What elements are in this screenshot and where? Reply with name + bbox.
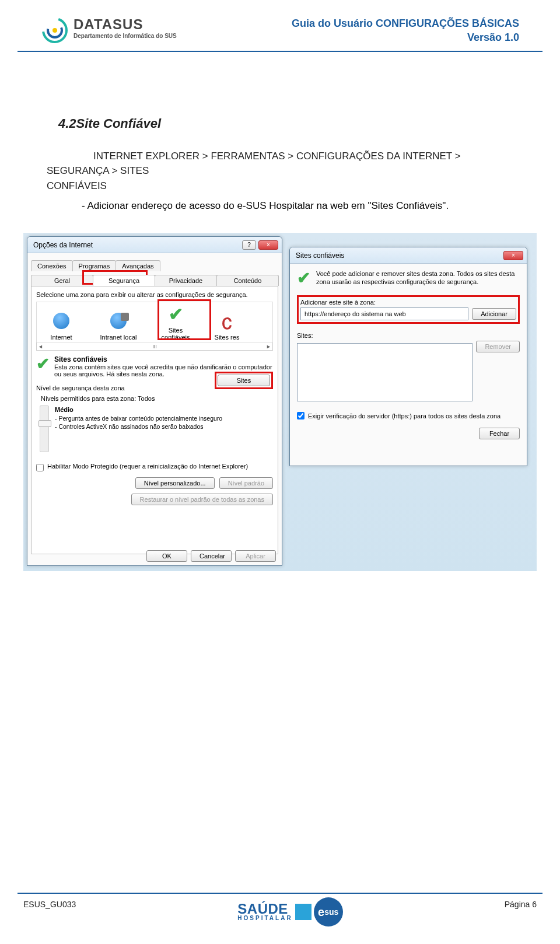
remove-button[interactable]: Remover [476,341,520,352]
screenshot-composite: Opções da Internet ? × Conexões Programa… [23,233,537,571]
add-site-label: Adicionar este site à zona: [300,299,516,306]
logo-title: DATASUS [74,16,177,33]
tab-security[interactable]: Segurança [93,275,155,286]
saude-hospitalar-logo: SAÚDE HOSPITALAR esus [76,897,504,926]
zone-instruction: Selecione uma zona para exibir ou altera… [36,291,273,298]
internet-options-window: Opções da Internet ? × Conexões Programa… [27,236,282,566]
page-footer: ESUS_GU033 SAÚDE HOSPITALAR esus Página … [18,893,542,926]
default-level-button[interactable]: Nível padrão [219,477,273,489]
globe-local-icon [110,313,127,329]
security-tab-pane: Selecione uma zona para exibir ou altera… [31,286,278,554]
navigation-path: INTERNET EXPLORER > FERRAMENTAS > CONFIG… [47,149,513,194]
internet-options-titlebar[interactable]: Opções da Internet ? × [27,237,282,253]
highlight-add-site: Adicionar este site à zona: Adicionar [297,295,520,324]
check-icon: ✔ [297,270,310,287]
svg-point-2 [52,28,57,33]
require-https-checkbox[interactable] [297,412,304,419]
page-number: Página 6 [505,897,542,909]
sites-button[interactable]: Sites [218,375,270,386]
scroll-right-icon[interactable]: ► [266,344,271,349]
security-level-slider[interactable] [40,405,49,452]
tab-content[interactable]: Conteúdo [216,275,279,286]
document-id: ESUS_GU033 [18,897,76,909]
window-title: Opções da Internet [31,241,242,249]
plus-icon [295,904,312,920]
security-level-text: Médio - Pergunta antes de baixar conteúd… [55,405,222,431]
tab-privacy[interactable]: Privacidade [155,275,217,286]
page-header: DATASUS Departamento de Informática do S… [18,0,542,52]
tab-connections[interactable]: Conexões [31,260,73,271]
close-icon[interactable]: × [258,240,278,250]
window-title: Sites confiáveis [293,251,503,260]
zones-scrollbar[interactable]: ◄ III ► [36,342,273,351]
zone-internet[interactable]: Internet [39,311,83,341]
restricted-icon: Ｃ [217,313,237,335]
zones-list[interactable]: Internet Intranet local ✔ Sites confiáve… [36,302,273,342]
zone-intranet-local[interactable]: Intranet local [96,318,141,341]
check-icon: ✔ [36,355,50,377]
protected-mode-checkbox[interactable] [36,464,44,471]
instruction-bullet: - Adicionar endereço de acesso do e-SUS … [82,200,513,212]
datasus-swirl-icon [41,16,69,44]
custom-level-button[interactable]: Nível personalizado... [135,477,215,489]
dialog-action-buttons: OK Cancelar Aplicar [146,550,276,562]
trusted-sites-titlebar[interactable]: Sites confiáveis × [290,247,527,264]
ok-button[interactable]: OK [146,550,187,562]
require-https-row: Exigir verificação do servidor (https:) … [297,412,520,419]
help-button-icon[interactable]: ? [242,240,256,250]
add-button[interactable]: Adicionar [472,308,516,320]
sites-listbox[interactable] [297,343,473,401]
highlight-trusted-zone [158,299,211,340]
close-button[interactable]: Fechar [479,428,520,439]
protected-mode-row: Habilitar Modo Protegido (requer a reini… [36,463,273,471]
trusted-sites-window: Sites confiáveis × ✔ Você pode adicionar… [289,247,527,466]
cancel-button[interactable]: Cancelar [191,550,232,562]
globe-icon [53,313,69,329]
tabs-row-bottom: Geral Segurança Privacidade Conteúdo [27,271,282,286]
document-title: Guia do Usuário CONFIGURAÇÕES BÁSICAS Ve… [292,16,519,45]
logo-subtitle: Departamento de Informática do SUS [74,33,177,39]
sites-list-label: Sites: [297,332,520,339]
add-site-input[interactable] [300,307,468,320]
zone-restricted[interactable]: Ｃ Sites res [211,313,243,341]
esus-badge-icon: esus [314,897,343,926]
tabs-row-top: Conexões Programas Avançadas [27,257,282,271]
security-level-section: Nível de segurança desta zona Níveis per… [36,384,273,452]
scroll-left-icon[interactable]: ◄ [38,344,43,349]
restore-defaults-button[interactable]: Restaurar o nível padrão de todas as zon… [131,494,273,505]
apply-button[interactable]: Aplicar [235,550,276,562]
sites-button-wrap: Sites [215,372,273,389]
trusted-intro: ✔ Você pode adicionar e remover sites de… [297,270,520,287]
section-heading: 4.2Site Confiável [58,116,560,131]
close-icon[interactable]: × [503,251,523,260]
datasus-logo: DATASUS Departamento de Informática do S… [41,16,177,44]
